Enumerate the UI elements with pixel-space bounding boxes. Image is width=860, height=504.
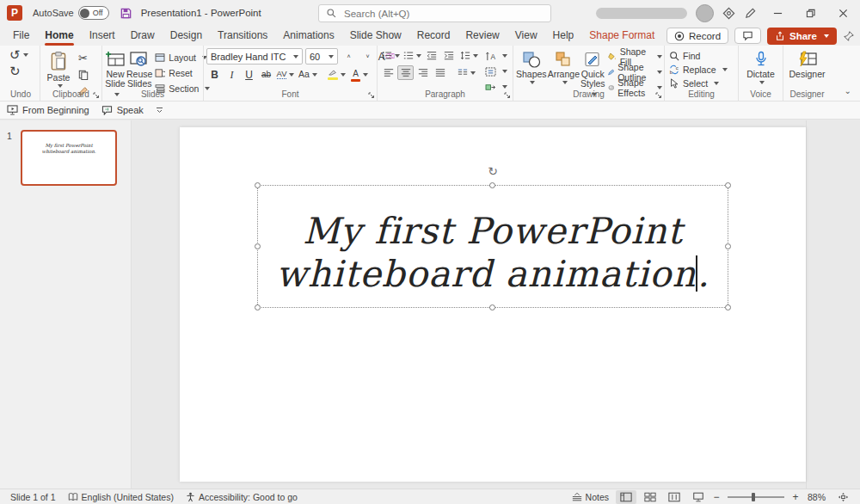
search-input[interactable]: Search (Alt+Q) [318, 4, 551, 22]
tab-review[interactable]: Review [458, 27, 507, 46]
decrease-indent-button[interactable] [423, 48, 439, 63]
tab-design[interactable]: Design [163, 27, 210, 46]
slide-canvas[interactable]: ↻ My first PowerPoint whiteboard animati… [180, 127, 806, 482]
scrollbar-track[interactable] [806, 120, 807, 489]
normal-view-button[interactable] [616, 490, 636, 504]
tab-record[interactable]: Record [409, 27, 458, 46]
copy-button[interactable] [75, 67, 91, 82]
arrange-button[interactable]: Arrange [548, 48, 580, 89]
clipboard-dialog-launcher-icon[interactable] [93, 92, 100, 99]
align-right-button[interactable] [415, 65, 431, 80]
align-left-button[interactable] [380, 65, 396, 80]
align-text-button[interactable] [483, 65, 509, 78]
slide-show-button[interactable] [688, 490, 709, 504]
select-button[interactable]: Select [667, 78, 721, 89]
shrink-font-button[interactable]: ˅ [359, 49, 376, 64]
designer-button[interactable]: Designer [786, 48, 828, 89]
resize-handle-bottom-right[interactable] [725, 304, 731, 310]
font-size-select[interactable]: 60 [305, 48, 338, 65]
designer-diamond-icon[interactable] [722, 7, 735, 20]
quick-styles-button[interactable]: QuickStyles [580, 48, 605, 89]
bullets-button[interactable] [380, 48, 401, 63]
numbering-button[interactable] [402, 48, 422, 63]
text-highlight-button[interactable] [325, 67, 347, 82]
close-button[interactable] [831, 2, 855, 24]
tab-shape-format[interactable]: Shape Format [581, 27, 662, 46]
comments-button[interactable] [734, 28, 761, 44]
autosave-toggle[interactable]: Off [78, 6, 109, 20]
find-button[interactable]: Find [667, 50, 702, 61]
tab-slide-show[interactable]: Slide Show [342, 27, 409, 46]
shapes-button[interactable]: Shapes [516, 48, 547, 89]
slide-counter[interactable]: Slide 1 of 1 [7, 492, 59, 502]
bold-button[interactable]: B [206, 67, 223, 82]
tab-draw[interactable]: Draw [123, 27, 163, 46]
dictate-button[interactable]: Dictate [741, 48, 780, 89]
slide-text[interactable]: My first PowerPoint whiteboard animation… [258, 210, 728, 296]
resize-handle-top-right[interactable] [725, 182, 731, 188]
columns-button[interactable] [455, 65, 477, 80]
strikethrough-button[interactable]: ab [258, 67, 274, 82]
change-case-button[interactable]: Aa [297, 67, 319, 82]
font-dialog-launcher-icon[interactable] [368, 92, 375, 99]
font-family-select[interactable]: Bradley Hand ITC [206, 48, 303, 65]
tab-file[interactable]: File [5, 27, 37, 46]
notes-button[interactable]: Notes [568, 492, 612, 502]
new-slide-button[interactable]: NewSlide [105, 48, 126, 89]
tab-animations[interactable]: Animations [275, 27, 341, 46]
zoom-level[interactable]: 88% [803, 492, 829, 502]
redo-icon[interactable]: ↻ [9, 65, 21, 77]
zoom-out-button[interactable]: − [712, 491, 721, 503]
accessibility-status[interactable]: Accessibility: Good to go [182, 492, 301, 502]
tab-insert[interactable]: Insert [82, 27, 123, 46]
share-button[interactable]: Share [767, 28, 837, 45]
resize-handle-top-center[interactable] [489, 182, 495, 188]
tab-help[interactable]: Help [545, 27, 582, 46]
fit-slide-to-window-button[interactable] [832, 490, 853, 504]
justify-button[interactable] [432, 65, 448, 80]
record-button[interactable]: Record [666, 28, 728, 44]
zoom-in-button[interactable]: + [791, 491, 800, 503]
rotate-handle-icon[interactable]: ↻ [488, 165, 498, 177]
slide-sorter-view-button[interactable] [640, 490, 660, 504]
align-center-button[interactable] [397, 65, 414, 80]
undo-button[interactable]: ↺ [9, 48, 28, 61]
increase-indent-button[interactable] [440, 48, 457, 63]
cut-button[interactable]: ✂ [75, 51, 91, 65]
replace-button[interactable]: bc Replace [667, 64, 729, 75]
restore-button[interactable] [798, 2, 822, 24]
font-color-button[interactable]: A [348, 67, 371, 82]
text-box-selection[interactable]: ↻ My first PowerPoint whiteboard animati… [257, 185, 728, 308]
tab-view[interactable]: View [507, 27, 545, 46]
drawing-dialog-launcher-icon[interactable] [655, 92, 662, 99]
resize-handle-top-left[interactable] [255, 182, 261, 188]
line-spacing-button[interactable] [458, 48, 480, 63]
tab-transitions[interactable]: Transitions [210, 27, 275, 46]
minimize-button[interactable] [765, 2, 789, 24]
collapse-ribbon-icon[interactable]: ⌄ [845, 86, 851, 95]
underline-button[interactable]: U [241, 67, 257, 82]
italic-button[interactable]: I [224, 67, 240, 82]
pin-ribbon-icon[interactable] [843, 30, 855, 42]
zoom-slider[interactable] [728, 496, 784, 498]
autosave-control[interactable]: AutoSave Off [33, 6, 109, 20]
zoom-slider-thumb[interactable] [752, 493, 755, 501]
grow-font-button[interactable]: ˄ [341, 49, 357, 64]
resize-handle-bottom-center[interactable] [489, 304, 495, 310]
tab-home[interactable]: Home [37, 27, 81, 46]
paragraph-dialog-launcher-icon[interactable] [504, 92, 511, 99]
from-beginning-button[interactable]: From Beginning [7, 105, 89, 115]
customize-qat-chevron-icon[interactable] [156, 107, 163, 114]
resize-handle-bottom-left[interactable] [255, 304, 261, 310]
pen-mode-icon[interactable] [744, 7, 757, 20]
language-indicator[interactable]: English (United States) [64, 492, 177, 502]
text-direction-button[interactable]: A [483, 49, 509, 63]
paste-button[interactable]: Paste [43, 48, 74, 89]
speak-button[interactable]: Speak [101, 105, 144, 115]
character-spacing-button[interactable]: AV [275, 67, 296, 82]
reading-view-button[interactable] [664, 490, 685, 504]
user-avatar[interactable] [696, 4, 714, 22]
save-icon[interactable] [120, 7, 132, 20]
slide-thumbnail[interactable]: My first PowerPoint whiteboard animation… [21, 130, 117, 186]
reuse-slides-button[interactable]: ReuseSlides [126, 48, 152, 89]
